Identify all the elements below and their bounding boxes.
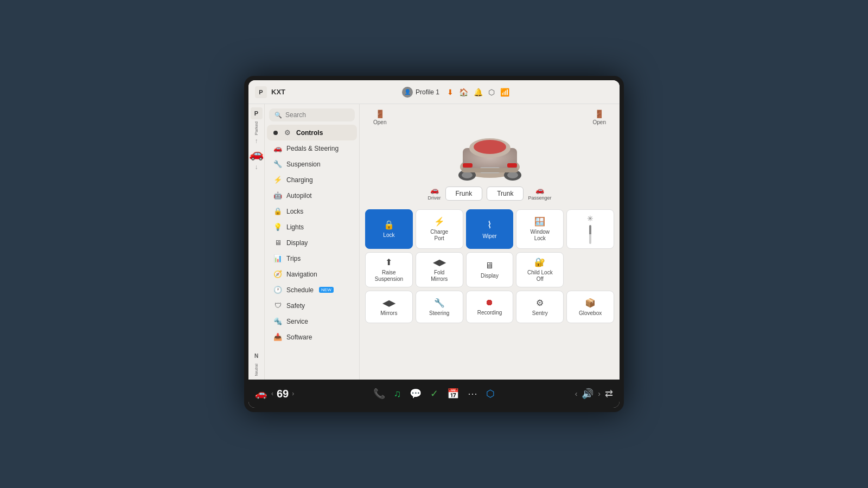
sentry-label: Sentry <box>532 310 548 317</box>
controls-label: Controls <box>296 129 323 137</box>
wiper-button[interactable]: ⌇ Wiper <box>466 209 514 249</box>
sidebar-item-suspension[interactable]: 🔧 Suspension <box>267 156 357 172</box>
trunk-buttons-row: 🚗 Driver Frunk Trunk 🚗 Passenger <box>428 186 552 201</box>
autopilot-icon: 🤖 <box>273 191 282 200</box>
suspension-icon: 🔧 <box>273 160 282 168</box>
sidebar-item-navigation[interactable]: 🧭 Navigation <box>267 266 357 282</box>
charge-port-button[interactable]: ⚡ ChargePort <box>416 209 463 249</box>
bluetooth-icon: ⬡ <box>488 88 495 97</box>
sidebar-item-lights[interactable]: 💡 Lights <box>267 219 357 235</box>
messages-icon[interactable]: 💬 <box>410 388 422 400</box>
display-ctrl-label: Display <box>481 273 499 279</box>
window-lock-label: WindowLock <box>531 229 550 242</box>
bluetooth-taskbar-icon[interactable]: ⬡ <box>486 388 495 400</box>
active-indicator <box>273 131 278 135</box>
tasks-icon[interactable]: ✓ <box>430 388 438 400</box>
home-icon: 🏠 <box>459 88 468 97</box>
steering-icon: 🔧 <box>434 298 445 308</box>
frunk-indicator: 🚪 Open <box>373 110 386 125</box>
brightness-icon: ✳ <box>587 214 593 223</box>
controls-row1: 🔒 Lock ⚡ ChargePort ⌇ Wiper 🪟 WindowLock <box>365 209 614 249</box>
sidebar-item-autopilot[interactable]: 🤖 Autopilot <box>267 188 357 203</box>
volume-icon[interactable]: 🔊 <box>582 388 593 400</box>
empty-cell <box>566 252 614 287</box>
taskbar-car-icon[interactable]: 🚗 <box>255 388 267 400</box>
calendar-icon[interactable]: 📅 <box>447 388 459 400</box>
software-icon: 📥 <box>273 333 282 341</box>
fold-mirrors-button[interactable]: ◀▶ FoldMirrors <box>416 252 463 287</box>
sidebar-item-pedals[interactable]: 🚗 Pedals & Steering <box>267 140 357 156</box>
search-bar[interactable]: 🔍 Search <box>269 108 355 121</box>
child-lock-button[interactable]: 🔐 Child LockOff <box>516 252 564 287</box>
header-icons: ⬇ 🏠 🔔 ⬡ 📶 <box>447 88 509 97</box>
svg-point-8 <box>462 172 473 178</box>
display-label: Display <box>286 239 308 247</box>
child-lock-icon: 🔐 <box>534 257 545 267</box>
status-bar: P Parked ↑ 🚗 ↓ N Neutral <box>248 104 265 380</box>
lights-icon: 💡 <box>273 223 282 231</box>
temp-decrease[interactable]: ‹ <box>271 390 273 397</box>
taskbar-center: 📞 ♫ 💬 ✓ 📅 ⋯ ⬡ <box>344 388 524 400</box>
frunk-icon: 🚪 <box>375 110 385 118</box>
navigation-icon: 🧭 <box>273 270 282 278</box>
neutral-label: Neutral <box>254 364 258 376</box>
display-ctrl-icon: 🖥 <box>485 261 494 271</box>
passenger-door-icon: 🚗 <box>535 186 544 194</box>
lock-icon: 🔒 <box>384 220 394 230</box>
profile-name: Profile 1 <box>416 88 439 96</box>
phone-icon[interactable]: 📞 <box>373 388 385 400</box>
schedule-badge: NEW <box>319 287 334 293</box>
sidebar-item-software[interactable]: 📥 Software <box>267 329 357 345</box>
profile-section[interactable]: 👤 Profile 1 <box>402 87 439 98</box>
car-side-icon: 🚗 <box>249 147 264 161</box>
sidebar-item-service[interactable]: 🔩 Service <box>267 313 357 329</box>
brightness-slider[interactable] <box>589 225 591 244</box>
parked-status: Parked <box>254 121 259 135</box>
sidebar-item-controls[interactable]: ⚙ Controls <box>267 125 357 140</box>
taskbar-right: ‹ 🔊 › ⇄ <box>524 388 613 400</box>
mirrors-button[interactable]: ◀▶ Mirrors <box>365 291 413 323</box>
trunk-button[interactable]: Trunk <box>487 187 524 201</box>
display-button[interactable]: 🖥 Display <box>466 252 514 287</box>
brightness-control[interactable]: ✳ <box>566 209 614 249</box>
sidebar-item-locks[interactable]: 🔒 Locks <box>267 203 357 219</box>
spotify-icon[interactable]: ♫ <box>394 388 401 400</box>
bell-icon: 🔔 <box>474 88 483 97</box>
sidebar-item-charging[interactable]: ⚡ Charging <box>267 172 357 188</box>
sidebar-item-schedule[interactable]: 🕐 Schedule NEW <box>267 282 357 298</box>
vol-left-arrow[interactable]: ‹ <box>575 389 578 398</box>
header-center: 👤 Profile 1 ⬇ 🏠 🔔 ⬡ 📶 <box>298 87 613 98</box>
trips-icon: 📊 <box>273 254 282 262</box>
pedals-label: Pedals & Steering <box>286 145 339 152</box>
sidebar-item-display[interactable]: 🖥 Display <box>267 235 357 251</box>
svg-point-10 <box>507 172 518 178</box>
swap-icon[interactable]: ⇄ <box>605 388 613 400</box>
apps-icon[interactable]: ⋯ <box>468 388 477 400</box>
frunk-open-label: Open <box>373 119 386 125</box>
temp-increase[interactable]: › <box>292 390 294 397</box>
steering-button[interactable]: 🔧 Steering <box>416 291 463 323</box>
gear-indicator: P <box>255 86 267 98</box>
lock-button[interactable]: 🔒 Lock <box>365 209 413 249</box>
download-icon: ⬇ <box>447 88 454 97</box>
sentry-button[interactable]: ⚙ Sentry <box>516 291 564 323</box>
sidebar-item-trips[interactable]: 📊 Trips <box>267 251 357 266</box>
steering-label: Steering <box>429 310 449 317</box>
vol-right-arrow[interactable]: › <box>598 389 601 398</box>
recording-label: Recording <box>477 310 502 316</box>
driver-door-icon: 🚗 <box>430 186 439 194</box>
glovebox-button[interactable]: 📦 Glovebox <box>566 291 614 323</box>
frunk-button[interactable]: Frunk <box>445 187 483 201</box>
recording-button[interactable]: ⏺ Recording <box>466 291 514 323</box>
taskbar: 🚗 ‹ 69 › 📞 ♫ 💬 ✓ 📅 ⋯ ⬡ ‹ 🔊 › ⇄ <box>248 380 620 408</box>
window-lock-button[interactable]: 🪟 WindowLock <box>516 209 564 249</box>
wiper-label: Wiper <box>482 233 496 240</box>
signal-icon: 📶 <box>500 88 509 97</box>
temp-value: 69 <box>277 388 289 400</box>
sidebar-item-safety[interactable]: 🛡 Safety <box>267 298 357 313</box>
car-name: KXT <box>271 88 285 96</box>
up-arrow: ↑ <box>255 137 258 145</box>
header-left: P KXT <box>255 86 298 98</box>
raise-suspension-button[interactable]: ⬆ RaiseSuspension <box>365 252 413 287</box>
software-label: Software <box>286 333 312 341</box>
